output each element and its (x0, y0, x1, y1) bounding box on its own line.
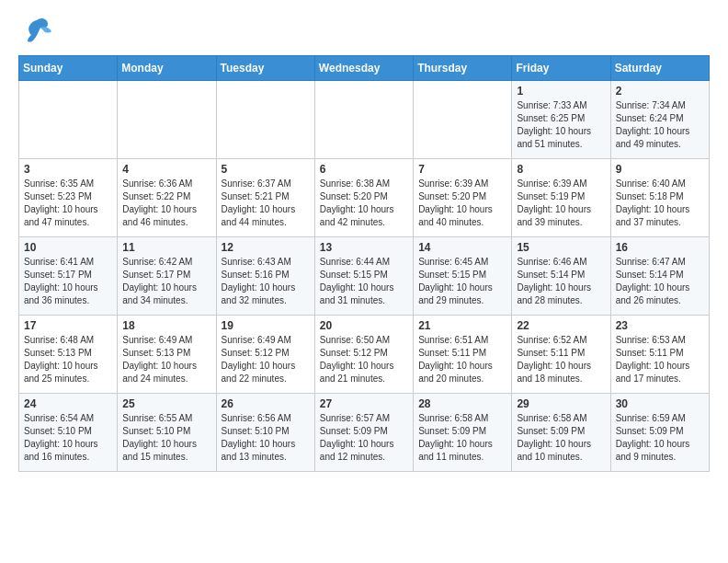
calendar-cell: 26Sunrise: 6:56 AM Sunset: 5:10 PM Dayli… (216, 394, 314, 472)
calendar-table: SundayMondayTuesdayWednesdayThursdayFrid… (18, 55, 710, 472)
header-wednesday: Wednesday (314, 56, 413, 81)
day-number: 20 (320, 319, 408, 332)
day-number: 18 (122, 319, 210, 332)
day-info: Sunrise: 6:49 AM Sunset: 5:13 PM Dayligh… (122, 334, 210, 385)
day-info: Sunrise: 6:59 AM Sunset: 5:09 PM Dayligh… (616, 412, 704, 464)
calendar-week-row: 10Sunrise: 6:41 AM Sunset: 5:17 PM Dayli… (19, 237, 710, 316)
calendar-cell: 14Sunrise: 6:45 AM Sunset: 5:15 PM Dayli… (414, 237, 512, 316)
day-number: 22 (517, 319, 605, 332)
header-thursday: Thursday (414, 56, 512, 81)
day-number: 23 (616, 319, 704, 332)
day-info: Sunrise: 6:48 AM Sunset: 5:13 PM Dayligh… (24, 334, 112, 385)
calendar-cell: 2Sunrise: 7:34 AM Sunset: 6:24 PM Daylig… (610, 81, 709, 159)
day-info: Sunrise: 6:53 AM Sunset: 5:11 PM Dayligh… (616, 334, 704, 385)
day-number: 29 (517, 397, 605, 410)
day-number: 15 (517, 241, 605, 254)
logo-bird-icon (20, 15, 53, 48)
day-number: 24 (24, 397, 112, 410)
day-info: Sunrise: 6:58 AM Sunset: 5:09 PM Dayligh… (418, 412, 506, 464)
day-info: Sunrise: 6:43 AM Sunset: 5:16 PM Dayligh… (222, 256, 310, 307)
header-tuesday: Tuesday (216, 56, 314, 81)
day-info: Sunrise: 6:35 AM Sunset: 5:23 PM Dayligh… (24, 178, 112, 229)
calendar-cell: 17Sunrise: 6:48 AM Sunset: 5:13 PM Dayli… (19, 316, 118, 394)
day-number: 2 (616, 85, 704, 98)
day-info: Sunrise: 6:57 AM Sunset: 5:09 PM Dayligh… (320, 412, 408, 464)
day-number: 30 (616, 397, 704, 410)
calendar-cell: 5Sunrise: 6:37 AM Sunset: 5:21 PM Daylig… (216, 159, 314, 237)
calendar-cell: 1Sunrise: 7:33 AM Sunset: 6:25 PM Daylig… (512, 81, 610, 159)
calendar-cell: 18Sunrise: 6:49 AM Sunset: 5:13 PM Dayli… (118, 316, 216, 394)
calendar-cell: 7Sunrise: 6:39 AM Sunset: 5:20 PM Daylig… (414, 159, 512, 237)
day-info: Sunrise: 6:56 AM Sunset: 5:10 PM Dayligh… (222, 412, 310, 464)
day-info: Sunrise: 6:47 AM Sunset: 5:14 PM Dayligh… (616, 256, 704, 307)
page-header (18, 15, 710, 48)
day-number: 19 (222, 319, 310, 332)
day-info: Sunrise: 7:33 AM Sunset: 6:25 PM Dayligh… (517, 99, 605, 151)
day-number: 28 (418, 397, 506, 410)
calendar-cell: 4Sunrise: 6:36 AM Sunset: 5:22 PM Daylig… (118, 159, 216, 237)
calendar-cell: 28Sunrise: 6:58 AM Sunset: 5:09 PM Dayli… (414, 394, 512, 472)
day-number: 14 (418, 241, 506, 254)
day-number: 17 (24, 319, 112, 332)
header-monday: Monday (118, 56, 216, 81)
day-number: 6 (320, 163, 408, 176)
calendar-cell (216, 81, 314, 159)
day-number: 16 (616, 241, 704, 254)
logo (18, 15, 53, 48)
calendar-cell (314, 81, 413, 159)
day-number: 21 (418, 319, 506, 332)
calendar-cell: 3Sunrise: 6:35 AM Sunset: 5:23 PM Daylig… (19, 159, 118, 237)
calendar-cell: 29Sunrise: 6:58 AM Sunset: 5:09 PM Dayli… (512, 394, 610, 472)
day-info: Sunrise: 6:39 AM Sunset: 5:19 PM Dayligh… (517, 178, 605, 229)
day-number: 25 (122, 397, 210, 410)
day-number: 13 (320, 241, 408, 254)
day-info: Sunrise: 6:41 AM Sunset: 5:17 PM Dayligh… (24, 256, 112, 307)
calendar-cell (118, 81, 216, 159)
day-info: Sunrise: 6:40 AM Sunset: 5:18 PM Dayligh… (616, 178, 704, 229)
day-info: Sunrise: 6:42 AM Sunset: 5:17 PM Dayligh… (122, 256, 210, 307)
calendar-cell: 16Sunrise: 6:47 AM Sunset: 5:14 PM Dayli… (610, 237, 709, 316)
day-info: Sunrise: 6:39 AM Sunset: 5:20 PM Dayligh… (418, 178, 506, 229)
calendar-cell: 30Sunrise: 6:59 AM Sunset: 5:09 PM Dayli… (610, 394, 709, 472)
day-number: 8 (517, 163, 605, 176)
calendar-week-row: 3Sunrise: 6:35 AM Sunset: 5:23 PM Daylig… (19, 159, 710, 237)
calendar-cell: 9Sunrise: 6:40 AM Sunset: 5:18 PM Daylig… (610, 159, 709, 237)
calendar-cell (19, 81, 118, 159)
calendar-cell: 8Sunrise: 6:39 AM Sunset: 5:19 PM Daylig… (512, 159, 610, 237)
day-number: 1 (517, 85, 605, 98)
calendar-cell: 15Sunrise: 6:46 AM Sunset: 5:14 PM Dayli… (512, 237, 610, 316)
header-saturday: Saturday (610, 56, 709, 81)
day-info: Sunrise: 6:50 AM Sunset: 5:12 PM Dayligh… (320, 334, 408, 385)
day-info: Sunrise: 6:49 AM Sunset: 5:12 PM Dayligh… (222, 334, 310, 385)
calendar-cell: 21Sunrise: 6:51 AM Sunset: 5:11 PM Dayli… (414, 316, 512, 394)
day-info: Sunrise: 6:51 AM Sunset: 5:11 PM Dayligh… (418, 334, 506, 385)
calendar-cell: 19Sunrise: 6:49 AM Sunset: 5:12 PM Dayli… (216, 316, 314, 394)
calendar-cell: 25Sunrise: 6:55 AM Sunset: 5:10 PM Dayli… (118, 394, 216, 472)
day-info: Sunrise: 6:54 AM Sunset: 5:10 PM Dayligh… (24, 412, 112, 464)
day-number: 26 (222, 397, 310, 410)
calendar-cell: 10Sunrise: 6:41 AM Sunset: 5:17 PM Dayli… (19, 237, 118, 316)
day-number: 12 (222, 241, 310, 254)
day-info: Sunrise: 6:37 AM Sunset: 5:21 PM Dayligh… (222, 178, 310, 229)
day-info: Sunrise: 6:38 AM Sunset: 5:20 PM Dayligh… (320, 178, 408, 229)
calendar-week-row: 17Sunrise: 6:48 AM Sunset: 5:13 PM Dayli… (19, 316, 710, 394)
calendar-week-row: 24Sunrise: 6:54 AM Sunset: 5:10 PM Dayli… (19, 394, 710, 472)
day-info: Sunrise: 6:58 AM Sunset: 5:09 PM Dayligh… (517, 412, 605, 464)
calendar-cell: 13Sunrise: 6:44 AM Sunset: 5:15 PM Dayli… (314, 237, 413, 316)
calendar-cell: 20Sunrise: 6:50 AM Sunset: 5:12 PM Dayli… (314, 316, 413, 394)
day-info: Sunrise: 6:46 AM Sunset: 5:14 PM Dayligh… (517, 256, 605, 307)
calendar-cell: 12Sunrise: 6:43 AM Sunset: 5:16 PM Dayli… (216, 237, 314, 316)
day-number: 27 (320, 397, 408, 410)
day-number: 7 (418, 163, 506, 176)
day-number: 4 (122, 163, 210, 176)
header-friday: Friday (512, 56, 610, 81)
calendar-week-row: 1Sunrise: 7:33 AM Sunset: 6:25 PM Daylig… (19, 81, 710, 159)
day-number: 5 (222, 163, 310, 176)
calendar-cell: 11Sunrise: 6:42 AM Sunset: 5:17 PM Dayli… (118, 237, 216, 316)
header-sunday: Sunday (19, 56, 118, 81)
day-info: Sunrise: 6:52 AM Sunset: 5:11 PM Dayligh… (517, 334, 605, 385)
calendar-header-row: SundayMondayTuesdayWednesdayThursdayFrid… (19, 56, 710, 81)
calendar-cell: 6Sunrise: 6:38 AM Sunset: 5:20 PM Daylig… (314, 159, 413, 237)
calendar-cell: 24Sunrise: 6:54 AM Sunset: 5:10 PM Dayli… (19, 394, 118, 472)
day-info: Sunrise: 6:45 AM Sunset: 5:15 PM Dayligh… (418, 256, 506, 307)
